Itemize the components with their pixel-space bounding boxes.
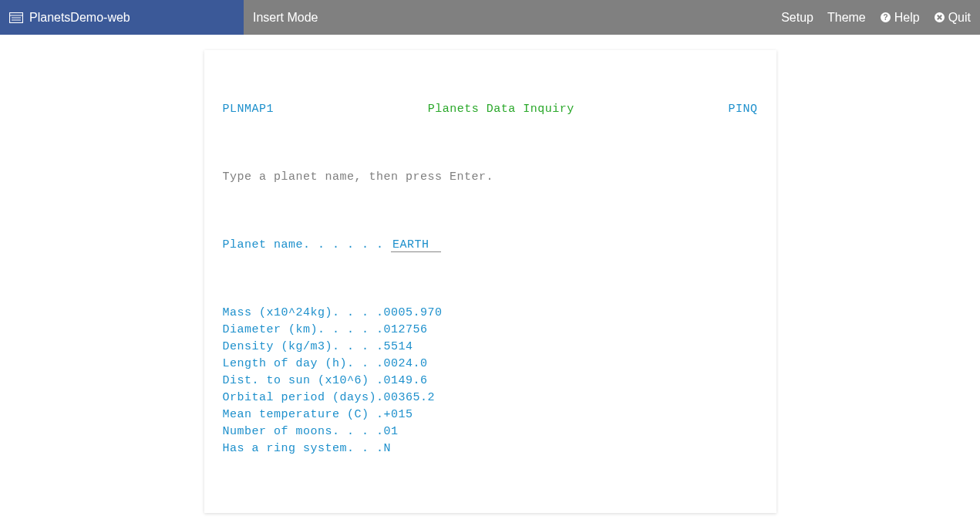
planet-name-input[interactable] xyxy=(391,238,441,252)
app-title: PlanetsDemo-web xyxy=(29,11,130,25)
field-label: Mean temperature (C) . xyxy=(223,407,384,423)
field-row: Number of moons. . . . 01 xyxy=(223,423,758,440)
nav-theme-label: Theme xyxy=(827,11,866,25)
nav-setup[interactable]: Setup xyxy=(781,11,813,25)
terminal-screen: PLNMAP1 Planets Data Inquiry PINQ Type a… xyxy=(204,50,776,513)
field-value: 0005.970 xyxy=(384,305,443,322)
field-label: Has a ring system. . . xyxy=(223,440,384,457)
field-label: Orbital period (days). xyxy=(223,390,384,407)
field-value: 0149.6 xyxy=(384,373,428,390)
nav-help-label: Help xyxy=(894,11,920,25)
field-value: 00365.2 xyxy=(384,390,436,407)
field-value: N xyxy=(384,440,392,457)
top-bar: PlanetsDemo-web Insert Mode Setup Theme … xyxy=(0,0,980,35)
program-id: PINQ xyxy=(728,101,757,118)
field-value: 01 xyxy=(384,423,399,440)
field-row: Mass (x10^24kg). . . . 0005.970 xyxy=(223,305,758,322)
field-row: Diameter (km). . . . . 012756 xyxy=(223,322,758,339)
field-value: 012756 xyxy=(384,322,428,339)
planet-name-label: Planet name. . . . . . xyxy=(223,237,384,254)
window-icon xyxy=(9,12,23,23)
field-value: 5514 xyxy=(384,339,413,356)
field-label: Length of day (h). . . xyxy=(223,356,384,373)
instruction-text: Type a planet name, then press Enter. xyxy=(223,169,758,186)
planet-name-row: Planet name. . . . . . xyxy=(223,237,758,254)
screen-title: Planets Data Inquiry xyxy=(428,101,574,118)
field-label: Number of moons. . . . xyxy=(223,423,384,440)
field-row: Orbital period (days). 00365.2 xyxy=(223,390,758,407)
map-id: PLNMAP1 xyxy=(223,101,274,118)
field-value: +015 xyxy=(384,407,413,423)
data-fields: Mass (x10^24kg). . . . 0005.970Diameter … xyxy=(223,305,758,457)
field-row: Has a ring system. . . N xyxy=(223,440,758,457)
field-row: Dist. to sun (x10^6) . 0149.6 xyxy=(223,373,758,390)
field-row: Density (kg/m3). . . . 5514 xyxy=(223,339,758,356)
workspace: PLNMAP1 Planets Data Inquiry PINQ Type a… xyxy=(0,35,980,513)
nav-setup-label: Setup xyxy=(781,11,813,25)
mode-indicator: Insert Mode xyxy=(244,0,781,35)
nav-help[interactable]: ? Help xyxy=(880,11,920,25)
top-nav: Setup Theme ? Help Quit xyxy=(781,0,980,35)
nav-quit-label: Quit xyxy=(948,11,971,25)
field-label: Mass (x10^24kg). . . . xyxy=(223,305,384,322)
nav-theme[interactable]: Theme xyxy=(827,11,866,25)
field-row: Length of day (h). . . 0024.0 xyxy=(223,356,758,373)
svg-text:?: ? xyxy=(883,13,887,22)
field-label: Diameter (km). . . . . xyxy=(223,322,384,339)
mode-label: Insert Mode xyxy=(253,11,318,25)
field-label: Dist. to sun (x10^6) . xyxy=(223,373,384,390)
nav-quit[interactable]: Quit xyxy=(934,11,971,25)
app-title-region: PlanetsDemo-web xyxy=(0,0,244,35)
screen-header-row: PLNMAP1 Planets Data Inquiry PINQ xyxy=(223,101,758,118)
field-value: 0024.0 xyxy=(384,356,428,373)
field-label: Density (kg/m3). . . . xyxy=(223,339,384,356)
help-icon: ? xyxy=(880,12,891,23)
close-icon xyxy=(934,12,945,23)
field-row: Mean temperature (C) . +015 xyxy=(223,407,758,423)
